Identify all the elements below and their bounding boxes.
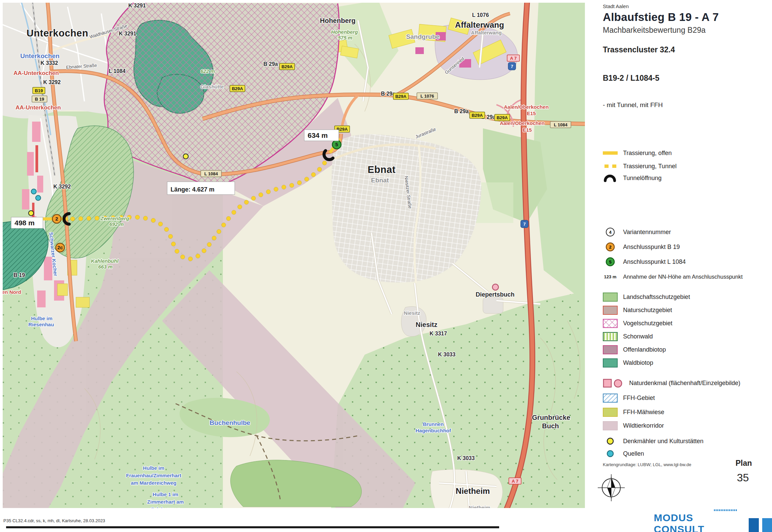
map-label: K 3317 [430,331,447,336]
legend-row-schonwald: Schonwald [603,331,653,341]
map-label: 663 m [98,264,113,270]
map-label: Hulbe im [143,465,164,471]
route-tunnel-dot [87,216,91,221]
route-tunnel-dot [282,185,286,189]
naturschutz-swatch [603,306,618,315]
map-label: Affalterwang [455,20,504,29]
naturdenkmal-swatch [603,379,624,388]
route-tunnel-dot [158,222,163,226]
map-label: K 3033 [438,352,456,357]
route-tunnel-dot [217,229,221,234]
anschluss-b19-icon: 2 [603,242,618,252]
variant-note: - mit Tunnel, mit FFH [603,101,663,109]
legend-row-ffh-maehwiese: FFH-Mähwiese [603,407,664,417]
legend-label: Schonwald [623,333,653,340]
denkmal-dot [29,211,34,216]
plan-number: 35 [737,472,749,484]
legend-row-trassierung-tunnel: Trassierung, Tunnel [603,161,676,171]
waldbiotop-swatch [603,358,618,368]
plan-word: Plan [736,459,752,468]
route-tunnel-dot [323,161,327,165]
map-label: B 29a [263,61,278,67]
quelle-dot [36,196,41,201]
legend-row-ffh-gebiet: FFH-Gebiet [603,393,655,403]
road-badge-text: A 7 [510,56,517,61]
legend-row-wildtierkorridor: Wildtierkorridor [603,421,664,431]
page-subtitle: Machbarkeitsbewertung B29a [603,26,705,35]
route-tunnel-dot [259,193,263,197]
road-badge-text: B29A [232,86,243,91]
map-label: Hohenberg [331,29,358,35]
map-label: E15 [523,127,532,133]
route-tunnel-dot [266,189,271,194]
legend-row-naturdenkmal: Naturdenkmal (flächenhaft/Einzelgebilde) [603,378,740,388]
road-badge-text: B 19 [35,97,44,102]
route-tunnel-dot [202,249,206,253]
legend-label: FFH-Gebiet [623,395,655,402]
logo-square-right [762,518,772,532]
road-badge-text: 7 [523,222,525,227]
map-label: Falchenweg [151,506,180,510]
map-label: K 3033 [457,455,475,461]
road-badge-text: L 1084 [204,171,218,176]
map-label: AA-Unterkochen [16,104,61,111]
map-label: Grunbrücke [532,414,570,421]
height-sample-icon: 123 m [603,274,618,279]
map-label: K 3291 [128,3,146,8]
offenlandbiotop-swatch [603,345,618,354]
road-badge-text: B29A [395,94,407,99]
map-label: Aalen/Oberkochen [504,104,549,110]
map-label: K 3291 [119,31,136,36]
map-label: Hohenberg [320,17,356,24]
road-badge-text: 7 [511,64,513,69]
road-badge-text: B29A [496,115,508,120]
annotation-text: 498 m [15,219,35,227]
map-credits: Kartengrundlage: LUBW; LGL, www.lgl-bw.d… [603,462,691,467]
legend-label: Offenlandbiotop [623,346,666,353]
map-label: Brunnen [423,421,444,427]
route-tunnel-dot [171,242,176,246]
map-label: Sandgrube [406,33,439,40]
route-tunnel-dot [222,223,226,227]
route-tunnel-icon [603,164,618,168]
legend-row-waldbiotop: Waldbiotop [603,358,653,368]
route-tunnel-dot [143,216,148,221]
map-label: 692 m [109,221,124,227]
logo-tagline [714,509,738,511]
map-label: Aalen/Oberkochen [500,120,545,126]
route-tunnel-dot [164,227,169,232]
map-label: Nietheim [456,486,490,496]
map-label: am Mardereichweg [131,480,176,486]
ffh-swatch [603,394,618,403]
legend-row-tunneloeffnung: Tunnelöffnung [603,173,662,183]
map-label: Hagenbuchhof [416,428,452,433]
legend-row-anschluss-l1084: 5 Anschlusspunkt L 1084 [603,257,686,267]
map-canvas: UnterkochenEbnatAffalterwangNietheimHohe… [0,0,588,510]
legend-row-quellen: Quellen [603,449,644,459]
route-tunnel-dot [196,254,200,258]
wildtierkorridor-swatch [603,421,618,430]
route-tunnel-dot [135,215,139,220]
schonwald-swatch [603,332,618,341]
legend-row-offenlandbiotop: Offenlandbiotop [603,345,666,355]
legend-label: FFH-Mähwiese [623,409,664,416]
map-label: K 3292 [43,79,61,85]
map-label: Hulbe 1 im [153,491,178,497]
map-label: Buchenhulbe [210,419,250,426]
legend-row-trassierung-offen: Trassierung, offen [603,148,672,158]
map-label: L 1076 [472,12,489,18]
legend-row-landschaftsschutzgebiet: Landschaftsschutzgebiet [603,292,690,302]
road-badge-text: A 7 [512,479,518,484]
route-tunnel-dot [232,210,236,214]
legend-row-variantennummer: 4 Variantennummer [603,227,671,237]
organization: Stadt Aalen [603,3,629,9]
legend-row-naturschutzgebiet: Naturschutzgebiet [603,305,672,315]
map-label: Frauenhau/Zimmerhart [126,473,181,478]
legend-row-anschluss-b19: 2 Anschlusspunkt B 19 [603,242,680,252]
route-tunnel-dot [317,167,322,172]
legend-label: Tunnelöffnung [623,175,662,182]
svg-text:2: 2 [609,245,611,250]
variant-number-icon: 4 [603,227,618,237]
route-tunnel-dot [71,217,75,221]
map-label: Diepertsbuch [475,291,514,298]
